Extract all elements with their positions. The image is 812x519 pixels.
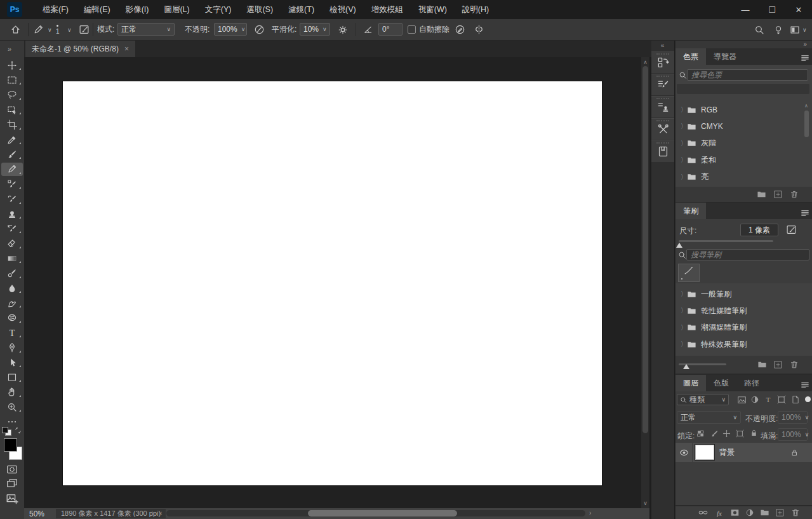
menu-item-7[interactable]: 濾鏡(T)	[281, 0, 322, 19]
brush-preset-picker[interactable]: 1	[56, 19, 60, 40]
pasteboard[interactable]	[24, 57, 641, 508]
lock-transparency-icon[interactable]	[696, 429, 705, 438]
zoom-tool[interactable]	[1, 400, 23, 414]
default-colors-button[interactable]	[2, 427, 12, 436]
scroll-down-icon[interactable]: ∨	[641, 500, 649, 506]
adjustment-layer-icon[interactable]	[745, 508, 754, 517]
art-history-brush-tool[interactable]	[1, 192, 23, 206]
selected-brush-tile[interactable]	[678, 264, 700, 282]
swatch-group-RGB[interactable]: 〉RGB	[676, 102, 802, 118]
chevron-right-icon[interactable]: 〉	[681, 105, 687, 114]
layer-style-icon[interactable]: fx	[714, 508, 724, 518]
toggle-brush-settings-button[interactable]	[79, 19, 90, 40]
blur-tool[interactable]	[1, 281, 23, 295]
brush-group-4[interactable]: 〉特殊效果筆刷	[676, 336, 802, 353]
menu-item-5[interactable]: 文字(Y)	[197, 0, 239, 19]
tab-layers[interactable]: 圖層	[676, 375, 706, 391]
vertical-scrollbar[interactable]: ∧ ∨	[641, 57, 649, 508]
layer-fill-select[interactable]: 100%∨	[778, 428, 808, 441]
color-replacement-tool[interactable]	[1, 177, 23, 191]
filter-adjustment-layers-icon[interactable]	[750, 395, 759, 404]
new-swatch-icon[interactable]	[774, 191, 782, 199]
filter-shape-layers-icon[interactable]	[777, 395, 786, 404]
list-scroll-up-icon[interactable]: ∧	[804, 103, 808, 109]
symmetry-button[interactable]	[474, 19, 484, 40]
layer-filter-toggle[interactable]	[805, 396, 811, 402]
new-group-icon[interactable]	[757, 360, 767, 370]
status-chevron-icon[interactable]: 〉	[151, 509, 157, 518]
menu-item-2[interactable]: 編輯(E)	[76, 0, 118, 19]
mixer-brush-tool[interactable]	[1, 267, 23, 280]
brush-size-slider-thumb[interactable]	[676, 243, 682, 248]
trash-icon[interactable]	[790, 360, 799, 369]
brush-group-2[interactable]: 〉乾性媒體筆刷	[676, 302, 802, 319]
chevron-right-icon[interactable]: 〉	[681, 340, 687, 349]
horizontal-scrollbar[interactable]	[166, 510, 585, 516]
new-layer-icon[interactable]	[776, 509, 784, 517]
layer-row-background[interactable]: 背景	[676, 443, 812, 462]
minimize-button[interactable]: —	[732, 0, 759, 19]
brush-picker-chevron[interactable]: ∨	[67, 19, 72, 40]
scroll-right-icon[interactable]: ›	[589, 509, 591, 516]
layer-filter-combo[interactable]: 種類 ∨	[677, 394, 729, 405]
chevron-right-icon[interactable]: 〉	[681, 139, 687, 148]
brush-settings-panel-button[interactable]	[651, 74, 674, 95]
layer-mask-icon[interactable]	[730, 508, 740, 518]
brush-search-field[interactable]	[686, 249, 809, 260]
swatch-search-input[interactable]	[690, 70, 805, 80]
horizontal-scroll-thumb[interactable]	[308, 510, 457, 516]
history-brush-tool[interactable]	[1, 222, 23, 235]
brush-group-3[interactable]: 〉潮濕媒體筆刷	[676, 320, 802, 336]
panel-collapse-button[interactable]: »	[676, 41, 812, 48]
path-selection-tool[interactable]	[1, 356, 23, 369]
layer-name[interactable]: 背景	[719, 447, 735, 458]
document-info[interactable]: 1890 像素 x 1417 像素 (300 ppi)	[56, 509, 166, 518]
zoom-level[interactable]: 50%	[29, 509, 44, 518]
chevron-right-icon[interactable]: 〉	[681, 173, 687, 182]
brushes-panel-menu[interactable]	[801, 208, 809, 217]
quick-mask-button[interactable]	[6, 464, 18, 475]
pressure-opacity-button[interactable]	[254, 19, 265, 40]
share-image-button[interactable]	[5, 493, 19, 505]
swatches-panel-menu[interactable]	[801, 53, 809, 62]
pencil-tool[interactable]	[1, 163, 23, 176]
close-button[interactable]: ✕	[785, 0, 812, 19]
smoothing-select[interactable]: 10%∨	[300, 23, 330, 36]
tab-brushes[interactable]: 筆刷	[676, 203, 706, 219]
tab-paths[interactable]: 路徑	[736, 375, 767, 391]
lock-pixels-icon[interactable]	[710, 429, 719, 438]
dock-collapse-button[interactable]: «	[651, 41, 674, 50]
menu-item-3[interactable]: 影像(I)	[118, 0, 157, 19]
gradient-tool[interactable]	[1, 252, 23, 265]
color-swatches[interactable]	[3, 438, 22, 460]
tool-presets-panel-button[interactable]	[651, 118, 674, 140]
history-panel-button[interactable]	[651, 51, 674, 73]
clone-stamp-tool[interactable]	[1, 207, 23, 220]
brush-search-input[interactable]	[689, 250, 806, 260]
scroll-left-icon[interactable]: ‹	[160, 509, 162, 516]
lock-position-icon[interactable]	[722, 429, 731, 438]
brush-group-1[interactable]: 〉一般筆刷	[676, 286, 802, 302]
discover-button[interactable]	[773, 19, 783, 40]
filter-smart-objects-icon[interactable]	[791, 395, 800, 404]
layer-blend-mode-select[interactable]: 正常∨	[677, 411, 741, 424]
link-layers-icon[interactable]	[698, 508, 708, 518]
toggle-brush-panel-icon[interactable]	[786, 224, 797, 235]
brush-tool[interactable]	[1, 147, 23, 161]
brush-angle-control[interactable]	[363, 19, 373, 40]
marquee-tool[interactable]	[1, 73, 23, 86]
document-tab[interactable]: 未命名-1 @ 50% (RGB/8) ×	[25, 41, 135, 57]
chevron-right-icon[interactable]: 〉	[681, 306, 687, 315]
workspace-switcher[interactable]: ∨	[790, 19, 807, 40]
menu-item-10[interactable]: 視窗(W)	[411, 0, 455, 19]
layers-panel-menu[interactable]	[801, 381, 809, 389]
thumbnail-size-slider-thumb[interactable]	[683, 364, 689, 369]
clone-source-panel-button[interactable]	[651, 96, 674, 118]
brush-size-field[interactable]: 1 像素	[740, 224, 778, 236]
filter-pixel-layers-icon[interactable]	[737, 395, 747, 405]
tool-preset-picker[interactable]: ∨	[33, 19, 52, 40]
chevron-right-icon[interactable]: 〉	[681, 290, 687, 299]
scroll-up-icon[interactable]: ∧	[641, 59, 649, 65]
tab-navigator[interactable]: 導覽器	[706, 48, 744, 65]
menu-item-9[interactable]: 增效模組	[364, 0, 411, 19]
